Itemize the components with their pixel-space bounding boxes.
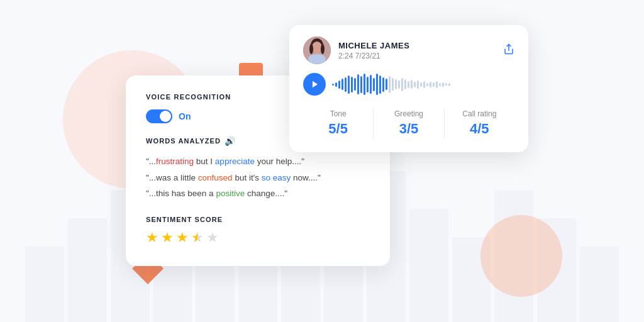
user-info: MICHELE JAMES 2:24 7/23/21 [303, 36, 409, 64]
waveform-bar [442, 82, 444, 87]
svg-marker-8 [313, 81, 318, 88]
waveform-bar [357, 74, 359, 94]
word-positive: positive [216, 189, 245, 198]
voice-toggle[interactable] [146, 109, 172, 123]
waveform-bar [373, 78, 375, 91]
svg-point-5 [309, 44, 313, 54]
svg-point-4 [308, 54, 326, 64]
waveform-bar [395, 79, 397, 89]
star-2: ★ [161, 230, 174, 246]
waveform-bar [414, 82, 416, 87]
waveform-bar [351, 77, 353, 92]
waveform-bar [404, 79, 406, 89]
waveform-bar [401, 78, 403, 91]
waveform-bar [423, 81, 425, 88]
waveform-bar [392, 78, 394, 91]
waveform-bar [376, 74, 378, 95]
sentiment-stars: ★ ★ ★ ★ ★ [146, 230, 370, 246]
audio-card-header: MICHELE JAMES 2:24 7/23/21 [303, 36, 514, 64]
waveform-bar [417, 80, 419, 89]
word-frustrating: frustrating [156, 157, 194, 166]
waveform-bar [379, 75, 381, 94]
waveform-row [303, 73, 514, 96]
share-icon[interactable] [503, 43, 514, 58]
waveform-bar [348, 75, 350, 94]
waveform [332, 73, 514, 96]
svg-point-6 [321, 44, 325, 54]
waveform-bar [448, 83, 450, 86]
star-4-half: ★ [191, 230, 204, 246]
star-3: ★ [176, 230, 189, 246]
word-easy: so easy [262, 173, 291, 182]
waveform-bar [420, 82, 422, 87]
waveform-bar [360, 76, 362, 93]
waveform-bar [386, 79, 387, 90]
play-button[interactable] [303, 73, 326, 96]
waveform-bar [408, 81, 409, 88]
quote-3: "...this has been a positive change...." [146, 186, 370, 202]
waveform-bar [367, 77, 369, 92]
quote-2: "...was a little confused but it's so ea… [146, 170, 370, 186]
waveform-bar [345, 77, 347, 92]
metric-call-rating: Call rating 4/5 [445, 106, 514, 141]
sentiment-label: SENTIMENT SCORE [146, 216, 370, 223]
waveform-bar [433, 82, 435, 87]
user-details: MICHELE JAMES 2:24 7/23/21 [338, 41, 409, 60]
avatar [303, 36, 331, 64]
waveform-bar [341, 79, 343, 90]
waveform-bar [332, 84, 334, 86]
svg-point-2 [312, 42, 322, 53]
waveform-bar [370, 75, 372, 94]
waveform-bar [430, 82, 431, 87]
user-meta: 2:24 7/23/21 [338, 52, 409, 60]
waveform-bar [445, 83, 447, 86]
star-5-empty: ★ [206, 230, 219, 246]
waveform-bar [436, 81, 438, 88]
toggle-knob [160, 111, 171, 122]
waveform-bar [411, 80, 413, 89]
waveform-bar [364, 74, 365, 95]
word-confused: confused [198, 173, 233, 182]
star-1: ★ [146, 230, 158, 246]
sound-waves-icon: 🔊 [225, 136, 236, 146]
waveform-bar [354, 78, 356, 91]
waveform-bar [426, 83, 428, 86]
audio-player-card: MICHELE JAMES 2:24 7/23/21 [289, 25, 528, 152]
waveform-bar [335, 82, 337, 87]
waveform-bar [382, 77, 384, 92]
waveform-bar [389, 76, 391, 93]
metric-tone: Tone 5/5 [303, 106, 373, 141]
waveform-bar [338, 80, 340, 89]
user-name: MICHELE JAMES [338, 41, 409, 50]
metrics-row: Tone 5/5 Greeting 3/5 Call rating 4/5 [303, 106, 514, 141]
word-appreciate: appreciate [215, 157, 255, 166]
analyzed-text: "...frustrating but I appreciate your he… [146, 153, 370, 202]
metric-greeting: Greeting 3/5 [374, 106, 443, 141]
cards-container: MICHELE JAMES 2:24 7/23/21 [126, 25, 528, 302]
waveform-bar [439, 83, 441, 86]
waveform-bar [398, 80, 400, 89]
toggle-label: On [179, 111, 191, 121]
quote-1: "...frustrating but I appreciate your he… [146, 153, 370, 170]
